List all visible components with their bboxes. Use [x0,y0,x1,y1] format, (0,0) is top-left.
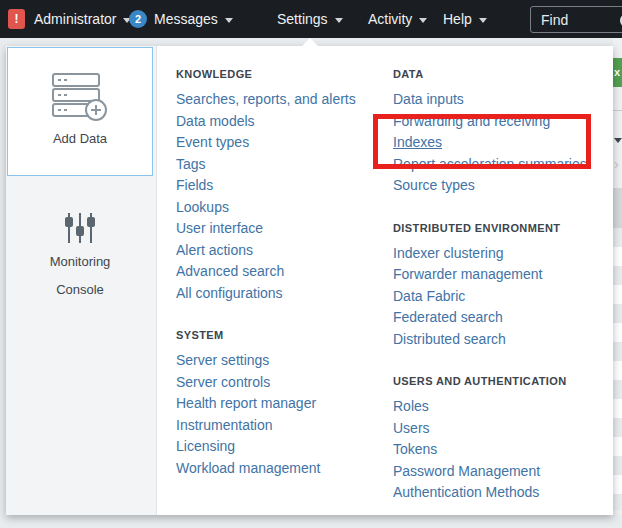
table-rows-fragment [613,228,622,510]
messages-count-badge: 2 [129,10,147,28]
link-fields[interactable]: Fields [176,175,381,197]
add-data-tile[interactable]: Add Data [7,47,153,176]
find-search-input[interactable] [531,12,611,28]
messages-menu[interactable]: 2 Messages [129,0,233,38]
link-tokens[interactable]: Tokens [393,439,607,461]
link-forwarding-and-receiving[interactable]: Forwarding and receiving [393,111,607,133]
chevron-down-icon [479,18,487,23]
link-federated-search[interactable]: Federated search [393,307,607,329]
menu-column-right: DATA Data inputs Forwarding and receivin… [393,68,607,528]
section-title-users-and-authentication: USERS AND AUTHENTICATION [393,375,607,388]
chevron-down-icon [419,18,427,23]
sliders-icon [63,213,97,243]
monitoring-console-tile[interactable]: Monitoring Console [7,177,153,308]
shortcuts-sidebar: Add Data Monitoring Console [6,46,157,515]
link-health-report-manager[interactable]: Health report manager [176,393,381,415]
link-forwarder-management[interactable]: Forwarder management [393,264,607,286]
link-users[interactable]: Users [393,418,607,440]
link-authentication-methods[interactable]: Authentication Methods [393,482,607,504]
splunk-settings-menu-screen: { "topbar": { "alert_badge": "!", "admin… [0,0,622,528]
link-event-types[interactable]: Event types [176,132,381,154]
link-password-management[interactable]: Password Management [393,461,607,483]
add-data-label: Add Data [8,130,152,148]
administrator-menu-label: Administrator [34,11,116,27]
link-indexer-clustering[interactable]: Indexer clustering [393,243,607,265]
chevron-down-icon [225,18,233,23]
section-title-system: SYSTEM [176,329,381,342]
link-server-settings[interactable]: Server settings [176,350,381,372]
settings-dropdown-panel: Add Data Monitoring Console KNOWLEDGE [6,46,613,515]
section-title-data: DATA [393,68,607,81]
chevron-right-icon: › [614,156,619,172]
menu-column-left: KNOWLEDGE Searches, reports, and alerts … [176,68,381,504]
section-users-and-authentication: USERS AND AUTHENTICATION Roles Users Tok… [393,375,607,504]
dropdown-pointer-notch [302,38,318,46]
link-indexes[interactable]: Indexes [393,132,607,154]
section-system: SYSTEM Server settings Server controls H… [176,329,381,479]
administrator-menu[interactable]: Administrator [34,0,131,38]
help-menu[interactable]: Help [443,0,487,38]
chevron-down-icon [335,18,343,23]
background-page-strip: x › [613,38,622,515]
link-searches-reports-alerts[interactable]: Searches, reports, and alerts [176,89,381,111]
monitoring-console-label: Monitoring [7,253,153,271]
settings-menu[interactable]: Settings [277,0,343,38]
monitoring-console-label-line2: Console [7,281,153,299]
link-server-controls[interactable]: Server controls [176,372,381,394]
top-navigation-bar: ! Administrator 2 Messages Settings Acti… [0,0,622,38]
section-distributed-environment: DISTRIBUTED ENVIRONMENT Indexer clusteri… [393,222,607,351]
link-roles[interactable]: Roles [393,396,607,418]
link-lookups[interactable]: Lookups [176,197,381,219]
find-search-box[interactable] [530,6,622,33]
caret-down-icon [614,138,622,143]
link-report-acceleration-summaries[interactable]: Report acceleration summaries [393,154,607,176]
section-knowledge: KNOWLEDGE Searches, reports, and alerts … [176,68,381,304]
messages-menu-label: Messages [154,11,218,27]
link-tags[interactable]: Tags [176,154,381,176]
link-licensing[interactable]: Licensing [176,436,381,458]
link-data-fabric[interactable]: Data Fabric [393,286,607,308]
green-button-fragment: x [613,58,622,87]
settings-menu-label: Settings [277,11,328,27]
section-title-distributed-environment: DISTRIBUTED ENVIRONMENT [393,222,607,235]
server-add-icon [49,72,111,122]
link-workload-management[interactable]: Workload management [176,458,381,480]
section-data: DATA Data inputs Forwarding and receivin… [393,68,607,197]
link-source-types[interactable]: Source types [393,175,607,197]
section-title-knowledge: KNOWLEDGE [176,68,381,81]
link-instrumentation[interactable]: Instrumentation [176,415,381,437]
link-distributed-search[interactable]: Distributed search [393,329,607,351]
table-header-fragment [613,188,622,228]
link-advanced-search[interactable]: Advanced search [176,261,381,283]
link-all-configurations[interactable]: All configurations [176,283,381,305]
link-alert-actions[interactable]: Alert actions [176,240,381,262]
help-menu-label: Help [443,11,472,27]
link-data-models[interactable]: Data models [176,111,381,133]
link-user-interface[interactable]: User interface [176,218,381,240]
divider [613,110,622,111]
link-data-inputs[interactable]: Data inputs [393,89,607,111]
activity-menu[interactable]: Activity [368,0,427,38]
activity-menu-label: Activity [368,11,412,27]
alert-badge-icon[interactable]: ! [8,9,25,29]
